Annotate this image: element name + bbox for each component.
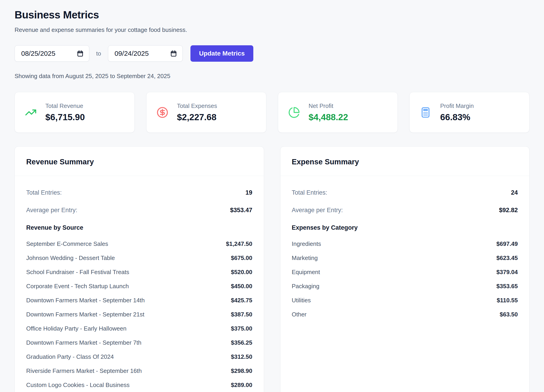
expense-category-label: Marketing <box>292 255 318 262</box>
revenue-source-value: $387.50 <box>231 311 252 318</box>
revenue-source-label: Graduation Party - Class Of 2024 <box>26 353 114 360</box>
revenue-source-label: Office Holiday Party - Early Halloween <box>26 325 126 332</box>
revenue-source-value: $298.90 <box>231 367 252 374</box>
revenue-source-label: Downtown Farmers Market - September 7th <box>26 339 142 346</box>
expenses-by-category-title: Expenses by Category <box>292 224 518 231</box>
expense-category-value: $623.45 <box>497 255 518 262</box>
dollar-circle-icon <box>156 106 168 118</box>
panel-title: Expense Summary <box>292 158 518 166</box>
revenue-source-label: Custom Logo Cookies - Local Business <box>26 381 130 389</box>
revenue-source-row: Downtown Farmers Market - September 7th … <box>26 339 252 346</box>
metric-cards-row: Total Revenue $6,715.90 Total Expenses $… <box>15 92 529 133</box>
total-expenses-card: Total Expenses $2,227.68 <box>146 92 266 133</box>
expense-category-value: $379.04 <box>497 269 518 276</box>
expense-category-row: Other $63.50 <box>292 311 518 318</box>
total-entries-row: Total Entries: 24 <box>292 189 518 196</box>
average-per-entry-value: $92.82 <box>499 207 518 214</box>
calculator-icon <box>420 106 432 118</box>
average-per-entry-label: Average per Entry: <box>26 207 77 214</box>
trending-up-icon <box>25 106 37 118</box>
revenue-source-row: Riverside Farmers Market - September 16t… <box>26 367 252 374</box>
expense-category-value: $353.65 <box>497 283 518 290</box>
expenses-by-category-list: Ingredients $697.49 Marketing $623.45 Eq… <box>292 240 518 318</box>
revenue-source-row: School Fundraiser - Fall Festival Treats… <box>26 269 252 276</box>
page-subtitle: Revenue and expense summaries for your c… <box>15 26 529 34</box>
pie-chart-icon <box>288 106 300 118</box>
expense-category-value: $63.50 <box>500 311 518 318</box>
metric-value: $6,715.90 <box>45 112 85 122</box>
revenue-source-value: $1,247.50 <box>226 240 252 247</box>
revenue-summary-header: Revenue Summary <box>15 146 264 176</box>
expense-category-row: Marketing $623.45 <box>292 255 518 262</box>
net-profit-card: Net Profit $4,488.22 <box>278 92 398 133</box>
expense-category-value: $697.49 <box>497 240 518 247</box>
revenue-source-value: $356.25 <box>231 339 252 346</box>
revenue-source-label: Corporate Event - Tech Startup Launch <box>26 283 129 290</box>
start-date-input[interactable] <box>15 45 89 62</box>
expense-category-row: Equipment $379.04 <box>292 269 518 276</box>
date-range-controls: to Update Metrics <box>15 45 529 62</box>
revenue-source-row: Downtown Farmers Market - September 21st… <box>26 311 252 318</box>
expense-summary-body: Total Entries: 24 Average per Entry: $92… <box>280 176 529 334</box>
expense-category-label: Utilities <box>292 297 311 304</box>
panel-title: Revenue Summary <box>26 158 252 166</box>
revenue-source-label: Downtown Farmers Market - September 21st <box>26 311 144 318</box>
revenue-summary-panel: Revenue Summary Total Entries: 19 Averag… <box>15 146 264 392</box>
metric-value: 66.83% <box>440 112 474 122</box>
revenue-by-source-list: September E-Commerce Sales $1,247.50 Joh… <box>26 240 252 392</box>
expense-category-label: Equipment <box>292 269 320 276</box>
revenue-source-value: $520.00 <box>231 269 252 276</box>
metric-label: Total Revenue <box>45 102 85 110</box>
summary-panels: Revenue Summary Total Entries: 19 Averag… <box>15 146 529 392</box>
metric-value: $4,488.22 <box>309 112 348 122</box>
revenue-source-label: School Fundraiser - Fall Festival Treats <box>26 269 129 276</box>
revenue-source-value: $450.00 <box>231 283 252 290</box>
revenue-source-label: September E-Commerce Sales <box>26 240 108 247</box>
revenue-source-row: Downtown Farmers Market - September 14th… <box>26 297 252 304</box>
expense-category-row: Packaging $353.65 <box>292 283 518 290</box>
total-entries-row: Total Entries: 19 <box>26 189 252 196</box>
expense-summary-panel: Expense Summary Total Entries: 24 Averag… <box>280 146 530 392</box>
revenue-source-value: $289.00 <box>231 381 252 389</box>
date-range-note: Showing data from August 25, 2025 to Sep… <box>15 73 529 80</box>
metric-label: Net Profit <box>309 102 348 110</box>
expense-summary-header: Expense Summary <box>280 146 529 176</box>
expense-category-row: Ingredients $697.49 <box>292 240 518 247</box>
metric-label: Profit Margin <box>440 102 474 110</box>
calendar-icon[interactable] <box>77 50 84 57</box>
average-per-entry-row: Average per Entry: $353.47 <box>26 207 252 214</box>
to-label: to <box>96 50 101 57</box>
start-date-field[interactable] <box>21 50 71 57</box>
page-title: Business Metrics <box>15 9 529 21</box>
average-per-entry-label: Average per Entry: <box>292 207 343 214</box>
expense-category-label: Ingredients <box>292 240 321 247</box>
end-date-field[interactable] <box>115 50 165 57</box>
metric-label: Total Expenses <box>177 102 217 110</box>
calendar-icon[interactable] <box>170 50 177 57</box>
revenue-source-row: September E-Commerce Sales $1,247.50 <box>26 240 252 247</box>
revenue-source-row: Office Holiday Party - Early Halloween $… <box>26 325 252 332</box>
total-entries-value: 19 <box>245 189 252 196</box>
business-metrics-page: Business Metrics Revenue and expense sum… <box>0 0 544 392</box>
average-per-entry-value: $353.47 <box>230 207 252 214</box>
total-entries-label: Total Entries: <box>292 189 327 196</box>
total-revenue-card: Total Revenue $6,715.90 <box>15 92 135 133</box>
average-per-entry-row: Average per Entry: $92.82 <box>292 207 518 214</box>
revenue-source-row: Custom Logo Cookies - Local Business $28… <box>26 381 252 389</box>
expense-category-value: $110.55 <box>497 297 518 304</box>
revenue-source-value: $675.00 <box>231 255 252 262</box>
revenue-source-label: Riverside Farmers Market - September 16t… <box>26 367 142 374</box>
profit-margin-card: Profit Margin 66.83% <box>409 92 529 133</box>
revenue-source-value: $312.50 <box>231 353 252 360</box>
update-metrics-button[interactable]: Update Metrics <box>190 45 254 62</box>
end-date-input[interactable] <box>108 45 183 62</box>
revenue-by-source-title: Revenue by Source <box>26 224 252 231</box>
revenue-source-label: Downtown Farmers Market - September 14th <box>26 297 145 304</box>
expense-category-label: Other <box>292 311 307 318</box>
revenue-source-value: $375.00 <box>231 325 252 332</box>
revenue-source-value: $425.75 <box>231 297 252 304</box>
revenue-source-label: Johnson Wedding - Dessert Table <box>26 255 115 262</box>
total-entries-value: 24 <box>511 189 518 196</box>
revenue-source-row: Graduation Party - Class Of 2024 $312.50 <box>26 353 252 360</box>
metric-value: $2,227.68 <box>177 112 217 122</box>
